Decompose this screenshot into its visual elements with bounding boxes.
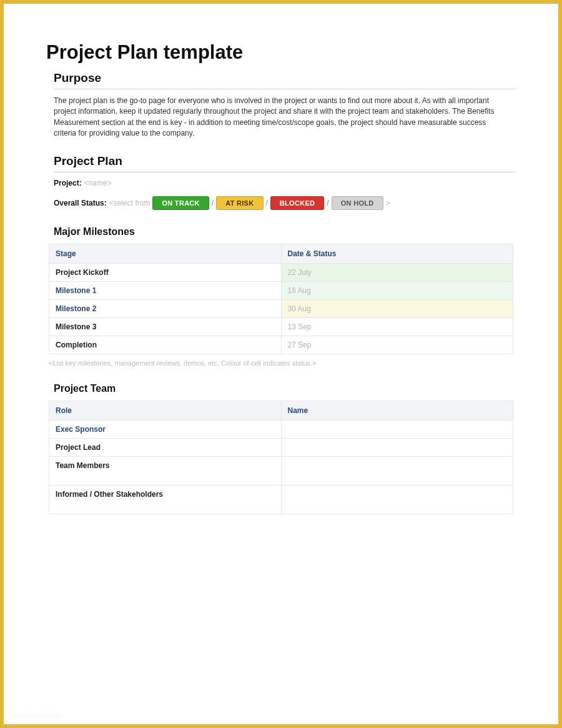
team-name[interactable] — [281, 456, 513, 485]
status-sep-3: / — [327, 199, 328, 207]
milestones-heading: Major Milestones — [54, 226, 516, 237]
milestone-stage[interactable]: Milestone 2 — [49, 299, 282, 317]
status-on-hold[interactable]: ON HOLD — [332, 196, 383, 210]
table-row: Milestone 313 Sep — [49, 317, 513, 336]
project-value[interactable]: <name> — [84, 179, 112, 187]
status-sep-1: / — [212, 199, 214, 207]
milestones-footnote: <List key milestones, management reviews… — [49, 359, 516, 367]
overall-status-label: Overall Status: — [54, 199, 107, 207]
status-blocked[interactable]: BLOCKED — [270, 196, 325, 210]
status-suffix: > — [386, 199, 390, 207]
project-label: Project: — [54, 179, 82, 187]
team-table: Role Name Exec SponsorProject LeadTeam M… — [49, 401, 513, 514]
table-row: Project Lead — [49, 438, 513, 456]
milestone-date: 27 Sep — [281, 336, 513, 354]
team-name[interactable] — [281, 438, 513, 456]
team-name[interactable] — [281, 485, 513, 514]
purpose-body: The project plan is the go-to page for e… — [54, 96, 508, 139]
team-role: Informed / Other Stakeholders — [49, 485, 282, 514]
project-field-row: Project: <name> — [54, 179, 516, 187]
team-col-role: Role — [49, 401, 282, 420]
team-col-name: Name — [281, 401, 513, 420]
watermark: templatelab.com — [12, 712, 63, 719]
status-on-track[interactable]: ON TRACK — [152, 196, 209, 210]
project-plan-heading: Project Plan — [54, 154, 516, 172]
team-heading: Project Team — [54, 383, 516, 394]
milestones-col-date: Date & Status — [281, 244, 513, 263]
table-row: Milestone 230 Aug — [49, 299, 513, 317]
milestone-stage: Milestone 3 — [49, 317, 282, 336]
document-page: Project Plan template Purpose The projec… — [4, 4, 558, 724]
table-row: Exec Sponsor — [49, 420, 513, 438]
status-prefix: <select from — [109, 199, 150, 207]
milestone-date: 16 Aug — [281, 281, 513, 299]
milestone-stage: Completion — [49, 336, 282, 354]
team-role: Team Members — [49, 456, 282, 485]
overall-status-row: Overall Status: <select from ON TRACK / … — [54, 196, 516, 210]
status-sep-2: / — [266, 199, 268, 207]
table-row: Milestone 116 Aug — [49, 281, 513, 299]
table-row: Project Kickoff22 July — [49, 263, 513, 281]
milestones-col-stage: Stage — [49, 244, 282, 263]
team-role: Exec Sponsor — [49, 420, 282, 438]
table-row: Completion27 Sep — [49, 336, 513, 354]
milestone-date: 13 Sep — [281, 317, 513, 336]
team-name[interactable] — [281, 420, 513, 438]
milestone-date: 22 July — [281, 263, 513, 281]
milestones-table: Stage Date & Status Project Kickoff22 Ju… — [49, 244, 513, 354]
status-at-risk[interactable]: AT RISK — [216, 196, 263, 210]
table-row: Team Members — [49, 456, 513, 485]
milestone-date: 30 Aug — [281, 299, 513, 317]
purpose-heading: Purpose — [54, 71, 516, 89]
milestone-stage[interactable]: Milestone 1 — [49, 281, 282, 299]
table-row: Informed / Other Stakeholders — [49, 485, 513, 514]
team-role: Project Lead — [49, 438, 282, 456]
document-title: Project Plan template — [46, 41, 516, 64]
milestone-stage: Project Kickoff — [49, 263, 282, 281]
